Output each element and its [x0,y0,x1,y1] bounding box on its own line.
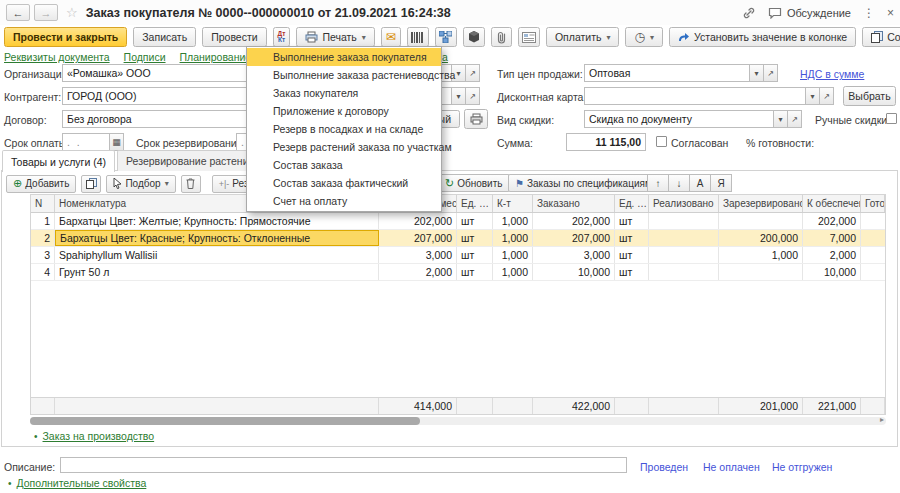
cell-qty: 207,000 [379,230,457,246]
copy-row-button[interactable] [81,175,101,193]
pick-caret-icon: ▾ [165,179,169,188]
scroll-right-icon[interactable]: ▸ [880,415,884,424]
table-row[interactable]: 3 Spahiphyllum Wallisii 3,000 шт 1,000 3… [31,247,885,264]
organization-open-icon[interactable]: ↗ [465,64,480,82]
envelope-icon: ✉ [386,30,396,44]
forward-button[interactable]: → [34,4,58,21]
post-button[interactable]: Провести [202,27,266,47]
menu-dots-icon[interactable]: ⋮ [863,6,875,20]
status-posted-link[interactable]: Проведен [640,461,688,473]
copy-documents-icon [871,31,883,43]
header-coefficient[interactable]: К-т [493,195,533,212]
production-order-link-row: • Заказ на производство [34,430,154,442]
readiness-label: % готовности: [746,137,814,149]
menu-item-invoice[interactable]: Счет на оплату [247,192,441,210]
price-type-dropdown-icon[interactable]: ▾ [749,64,764,82]
sort-asc-button[interactable]: А [689,174,711,192]
nav-link-planning[interactable]: Планирование [180,51,252,63]
vat-link[interactable]: НДС в сумме [800,68,864,80]
create-based-on-button[interactable]: Создать на основании ▾ [862,27,900,47]
nomenclature-cube-button[interactable] [463,27,485,47]
discount-kind-open-icon[interactable]: ↗ [787,110,802,128]
header-reserved[interactable]: Зарезервировано [719,195,803,212]
structure-button[interactable] [435,27,457,47]
discount-card-dropdown-icon[interactable]: ▾ [805,87,820,105]
menu-item-order-composition-actual[interactable]: Состав заказа фактический [247,174,441,192]
price-type-open-icon[interactable]: ↗ [763,64,778,82]
refresh-button[interactable]: ↻ Обновить [438,174,510,192]
menu-item-order-composition[interactable]: Состав заказа [247,156,441,174]
menu-item-contract-appendix[interactable]: Приложение к договору [247,102,441,120]
discount-card-open-icon[interactable]: ↗ [819,87,834,105]
set-column-value-button[interactable]: Установить значение в колонке [669,27,856,47]
header-unit2[interactable]: Ед. … [615,195,649,212]
contract-print-button[interactable] [464,109,488,129]
move-up-button[interactable]: ↑ [647,174,669,192]
total-to-provide: 221,000 [803,398,861,414]
additional-props-link[interactable]: Дополнительные свойства [17,477,147,489]
scrollbar-thumb[interactable] [30,417,420,425]
menu-item-plant-order-fulfillment[interactable]: Выполнение заказа растениеводства [247,66,441,84]
approved-checkbox[interactable] [656,136,667,147]
post-and-close-button[interactable]: Провести и закрыть [4,27,127,47]
production-order-link[interactable]: Заказ на производство [43,430,155,442]
header-unit[interactable]: Ед. … [457,195,493,212]
document-card-button[interactable] [518,27,540,47]
print-button[interactable]: Печать ▾ [296,27,374,47]
favorite-star-icon[interactable]: ☆ [66,5,78,20]
menu-item-reserve-plants-by-plots[interactable]: Резерв растений заказа по участкам [247,138,441,156]
refresh-icon: ↻ [445,177,454,190]
amount-field[interactable]: 11 115,00 [566,133,646,151]
discount-kind-dropdown-icon[interactable]: ▾ [773,110,788,128]
table-row[interactable]: 1 Бархатцы Цвет: Желтые; Крупность: Прям… [31,213,885,230]
orders-by-spec-button[interactable]: ⚑ Заказы по спецификациям [508,174,659,192]
pay-label: Оплатить [555,31,602,43]
dtkt-button[interactable]: ДтКт [273,27,291,47]
header-ready[interactable]: Готово [861,195,885,212]
horizontal-scrollbar[interactable]: ▸ [30,417,886,425]
pick-button[interactable]: Подбор ▾ [106,175,175,193]
discount-kind-field[interactable]: Скидка по документу [584,110,774,128]
add-row-button[interactable]: ⊕ Добавить [6,175,76,193]
printer-icon [305,31,318,43]
delete-row-button[interactable] [181,175,201,193]
save-button[interactable]: Записать [133,27,196,47]
counterparty-open-icon[interactable]: ↗ [465,87,480,105]
counterparty-dropdown-icon[interactable]: ▾ [451,87,466,105]
link-icon[interactable] [742,6,756,20]
mail-button[interactable]: ✉ [381,27,401,47]
menu-item-order-fulfillment[interactable]: Выполнение заказа покупателя [247,48,441,66]
move-down-button[interactable]: ↓ [668,174,690,192]
tab-plant-reservation[interactable]: Резервирование растений [117,150,263,171]
payment-term-field[interactable]: . . [62,133,110,151]
header-ordered[interactable]: Заказано [533,195,615,212]
close-icon[interactable]: × [887,6,894,20]
discussion-button[interactable]: Обсуждение [768,7,851,19]
table-row[interactable]: 4 Грунт 50 л 2,000 шт 1,000 10,000 шт 10… [31,264,885,281]
cell-reserved: 200,000 [719,230,803,246]
pay-button[interactable]: Оплатить ▾ [546,27,620,47]
barcode-button[interactable] [407,27,429,47]
header-to-provide[interactable]: К обеспечению [803,195,861,212]
nav-link-requisites[interactable]: Реквизиты документа [4,51,110,63]
discount-card-field[interactable] [584,87,806,105]
header-n[interactable]: N [31,195,55,212]
manual-discounts-checkbox[interactable] [886,113,897,124]
price-type-field[interactable]: Оптовая [584,64,750,82]
payment-term-label: Срок оплаты: [4,137,69,149]
tab-goods-services[interactable]: Товары и услуги (4) [2,150,115,172]
description-input[interactable] [60,457,627,473]
attachments-button[interactable] [491,27,512,47]
menu-item-customer-order[interactable]: Заказ покупателя [247,84,441,102]
choose-discount-card-button[interactable]: Выбрать [843,86,896,106]
back-button[interactable]: ← [6,4,30,21]
menu-item-reserve-plantings-warehouse[interactable]: Резерв в посадках и на складе [247,120,441,138]
reminder-button[interactable]: ◷ ▾ [625,27,663,47]
status-not-shipped-link[interactable]: Не отгружен [772,461,832,473]
nav-link-signatures[interactable]: Подписи [124,51,166,63]
status-not-paid-link[interactable]: Не оплачен [703,461,760,473]
payment-term-calendar-icon[interactable]: ▦ [109,133,124,151]
table-row-selected[interactable]: 2 Бархатцы Цвет: Красные; Крупность: Отк… [31,230,885,247]
sort-desc-button[interactable]: Я [710,174,732,192]
header-sold[interactable]: Реализовано [649,195,719,212]
